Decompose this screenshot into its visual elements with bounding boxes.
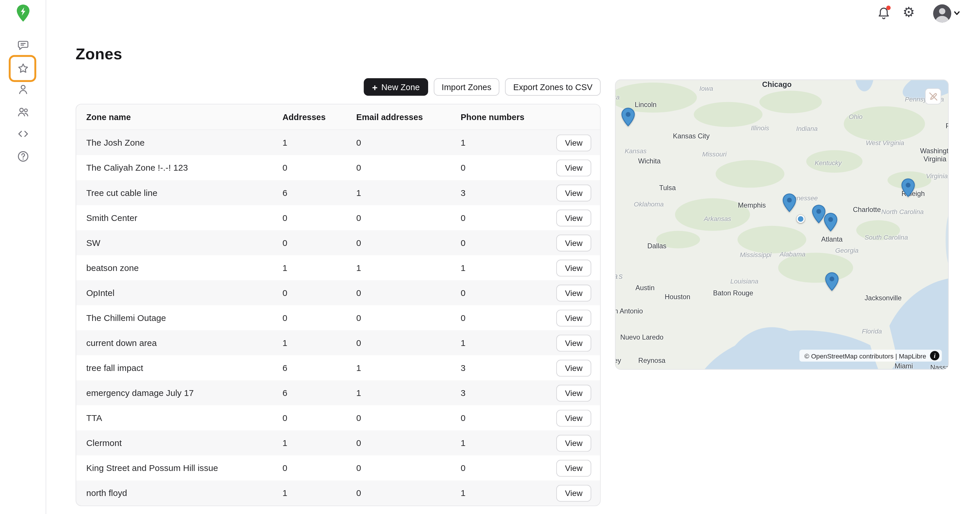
phones-cell: 0 [459, 413, 545, 423]
table-body: The Josh Zone 1 0 1 View The Caliyah Zon… [76, 130, 600, 506]
toolbar: + New Zone Import Zones Export Zones to … [76, 78, 601, 96]
settings-button[interactable]: ⚙ [901, 4, 917, 21]
table-row: TTA 0 0 0 View [76, 405, 600, 430]
pencil-off-icon [928, 91, 938, 101]
map-pin-marker[interactable] [621, 108, 635, 126]
emails-cell: 1 [354, 263, 459, 273]
sidebar-item-zones[interactable] [15, 61, 30, 77]
map-dot-marker[interactable] [796, 215, 805, 223]
view-button[interactable]: View [556, 485, 591, 501]
emails-cell: 1 [354, 363, 459, 373]
plus-icon: + [372, 82, 378, 92]
phones-cell: 1 [459, 338, 545, 348]
table-row: The Chillemi Outage 0 0 0 View [76, 305, 600, 330]
zone-name-cell: OpIntel [76, 288, 281, 298]
view-button[interactable]: View [556, 434, 591, 451]
phones-cell: 0 [459, 288, 545, 298]
view-button[interactable]: View [556, 159, 591, 176]
view-button[interactable]: View [556, 359, 591, 376]
emails-cell: 0 [354, 288, 459, 298]
star-icon [16, 62, 30, 76]
view-button[interactable]: View [556, 259, 591, 276]
view-button[interactable]: View [556, 334, 591, 351]
chevron-down-icon [953, 9, 961, 17]
view-button[interactable]: View [556, 234, 591, 251]
sidebar-item-profile[interactable] [15, 82, 30, 97]
account-menu-button[interactable] [932, 4, 961, 23]
map-draw-tool-button[interactable] [925, 88, 941, 104]
view-button[interactable]: View [556, 409, 591, 426]
zone-name-cell: Smith Center [76, 213, 281, 223]
sidebar [0, 0, 46, 514]
phones-cell: 0 [459, 238, 545, 248]
sidebar-item-help[interactable] [15, 149, 30, 164]
addresses-cell: 1 [281, 438, 354, 448]
emails-cell: 0 [354, 488, 459, 498]
table-row: OpIntel 0 0 0 View [76, 280, 600, 305]
new-zone-label: New Zone [381, 82, 420, 92]
app-logo[interactable] [15, 4, 31, 23]
header-zone-name: Zone name [76, 112, 281, 121]
phones-cell: 0 [459, 313, 545, 323]
users-icon [16, 105, 30, 119]
phones-cell: 3 [459, 188, 545, 198]
user-icon [16, 83, 30, 96]
attribution-text[interactable]: © OpenStreetMap contributors | MapLibre [805, 352, 926, 359]
page-title: Zones [76, 45, 122, 63]
map-pin-marker[interactable] [825, 272, 838, 291]
view-button[interactable]: View [556, 309, 591, 326]
view-button[interactable]: View [556, 209, 591, 226]
view-button[interactable]: View [556, 184, 591, 201]
import-zones-button[interactable]: Import Zones [434, 78, 500, 96]
table-row: King Street and Possum Hill issue 0 0 0 … [76, 456, 600, 480]
table-row: north floyd 1 0 1 View [76, 480, 600, 506]
notifications-button[interactable] [876, 6, 891, 21]
app-root: ⚙ Zones + New Zone Import Zones Export Z… [0, 0, 980, 514]
info-icon[interactable]: i [930, 351, 939, 360]
map-pin-marker[interactable] [901, 178, 915, 197]
map-panel[interactable]: NebraskaIowaChicagoLincolnPennsylvaniaIl… [615, 79, 949, 370]
emails-cell: 0 [354, 463, 459, 473]
zone-name-cell: The Josh Zone [76, 137, 281, 147]
phones-cell: 0 [459, 463, 545, 473]
zones-table: Zone name Addresses Email addresses Phon… [76, 104, 601, 506]
zone-name-cell: Tree cut cable line [76, 188, 281, 198]
emails-cell: 0 [354, 137, 459, 147]
emails-cell: 0 [354, 163, 459, 172]
help-icon [16, 149, 30, 163]
map-attribution: © OpenStreetMap contributors | MapLibre … [799, 350, 942, 362]
table-row: Smith Center 0 0 0 View [76, 205, 600, 230]
zone-name-cell: SW [76, 238, 281, 248]
view-button[interactable]: View [556, 284, 591, 301]
addresses-cell: 0 [281, 313, 354, 323]
zone-name-cell: north floyd [76, 488, 281, 498]
zone-name-cell: tree fall impact [76, 363, 281, 373]
emails-cell: 1 [354, 388, 459, 398]
view-button[interactable]: View [556, 134, 591, 151]
phones-cell: 1 [459, 137, 545, 147]
emails-cell: 0 [354, 338, 459, 348]
table-row: SW 0 0 0 View [76, 230, 600, 255]
addresses-cell: 6 [281, 363, 354, 373]
addresses-cell: 6 [281, 388, 354, 398]
sidebar-item-feedback[interactable] [15, 38, 30, 53]
phones-cell: 0 [459, 213, 545, 223]
addresses-cell: 0 [281, 463, 354, 473]
emails-cell: 0 [354, 413, 459, 423]
sidebar-item-users[interactable] [15, 104, 30, 120]
addresses-cell: 0 [281, 413, 354, 423]
export-zones-button[interactable]: Export Zones to CSV [505, 78, 601, 96]
sidebar-item-developer[interactable] [15, 126, 30, 142]
view-button[interactable]: View [556, 459, 591, 476]
new-zone-button[interactable]: + New Zone [364, 78, 428, 96]
chat-icon [16, 39, 30, 52]
map-pin-marker[interactable] [783, 193, 796, 212]
phones-cell: 1 [459, 488, 545, 498]
header-addresses: Addresses [281, 112, 354, 121]
zone-name-cell: Clermont [76, 438, 281, 448]
table-row: The Josh Zone 1 0 1 View [76, 130, 600, 155]
zone-name-cell: The Chillemi Outage [76, 313, 281, 323]
map-pin-marker[interactable] [824, 213, 837, 232]
zone-name-cell: King Street and Possum Hill issue [76, 463, 281, 473]
view-button[interactable]: View [556, 384, 591, 401]
